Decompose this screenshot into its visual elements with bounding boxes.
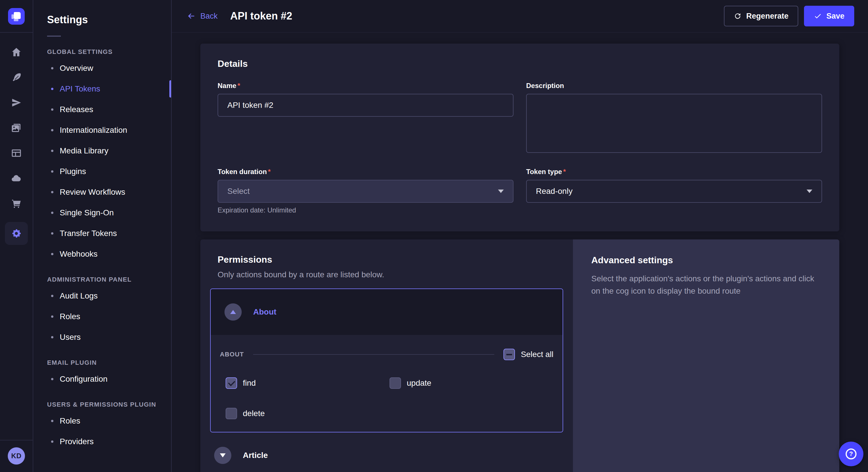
advanced-settings-description: Select the application's actions or the … (591, 272, 821, 297)
back-button[interactable]: Back (187, 11, 218, 21)
sidebar-item-admin-users[interactable]: Users (33, 327, 171, 347)
content-scroll-area[interactable]: Details Name* Description Token duration… (172, 33, 868, 472)
sidebar-item-email-configuration[interactable]: Configuration (33, 369, 171, 390)
question-mark-icon: ? (846, 448, 857, 460)
action-row-delete[interactable]: delete (226, 408, 390, 419)
arrow-left-icon (187, 11, 196, 21)
sidebar-item-api-tokens[interactable]: API Tokens (33, 78, 171, 99)
token-duration-field-group: Token duration* Select Expiration date: … (218, 168, 514, 214)
name-label: Name (218, 82, 236, 90)
action-row-update[interactable]: update (390, 377, 553, 389)
accordion-about-label: About (253, 307, 276, 316)
media-library-icon[interactable] (5, 121, 28, 135)
accordion-article-label: Article (243, 451, 268, 460)
details-card: Details Name* Description Token duration… (200, 43, 839, 231)
section-label-administration-panel: ADMINISTRATION PANEL (33, 276, 171, 283)
bullet-icon (51, 170, 53, 173)
details-title: Details (218, 59, 822, 69)
marketplace-icon[interactable] (5, 197, 28, 210)
sidebar-item-up-roles[interactable]: Roles (33, 411, 171, 431)
sidebar-item-audit-logs[interactable]: Audit Logs (33, 285, 171, 306)
update-checkbox[interactable] (390, 377, 401, 389)
section-label-email-plugin: EMAIL PLUGIN (33, 359, 171, 367)
bullet-icon (51, 336, 53, 338)
bullet-icon (51, 150, 53, 152)
home-icon[interactable] (5, 45, 28, 59)
token-type-label: Token type (526, 168, 562, 175)
sidebar-title: Settings (33, 14, 171, 26)
releases-icon[interactable] (5, 96, 28, 109)
strapi-admin-app: KD Settings GLOBAL SETTINGS Overview API… (0, 0, 868, 472)
delete-checkbox[interactable] (226, 408, 237, 419)
description-textarea[interactable] (526, 94, 822, 153)
settings-icon[interactable] (5, 222, 28, 245)
about-subcategory-label: ABOUT (220, 351, 244, 358)
save-button[interactable]: Save (804, 6, 854, 26)
accordion-about: About ABOUT Select all (210, 289, 563, 432)
collapse-button[interactable] (224, 303, 242, 321)
chevron-down-icon (807, 190, 812, 193)
sidebar-item-review-workflows[interactable]: Review Workflows (33, 182, 171, 202)
accordion-article-header[interactable]: Article (210, 439, 563, 471)
strapi-logo-glyph (14, 12, 21, 19)
find-checkbox[interactable] (226, 377, 237, 389)
advanced-settings-panel: Advanced settings Select the application… (573, 239, 839, 472)
sidebar-item-webhooks[interactable]: Webhooks (33, 244, 171, 264)
accordion-about-header[interactable]: About (211, 289, 563, 335)
user-avatar[interactable]: KD (8, 447, 25, 465)
bullet-icon (51, 212, 53, 214)
required-asterisk: * (563, 168, 566, 175)
expand-button[interactable] (214, 447, 231, 464)
bullet-icon (51, 108, 53, 111)
page-header: Back API token #2 Regenerate Save (172, 0, 868, 33)
bullet-icon (51, 295, 53, 297)
bullet-icon (51, 378, 53, 380)
section-label-global-settings: GLOBAL SETTINGS (33, 48, 171, 56)
divider-line (253, 354, 495, 355)
check-icon (814, 12, 822, 20)
select-all-checkbox[interactable] (503, 349, 515, 360)
bullet-icon (51, 420, 53, 422)
sidebar-item-up-providers[interactable]: Providers (33, 431, 171, 452)
active-indicator (169, 80, 171, 98)
permissions-column: Permissions Only actions bound by a rout… (200, 239, 573, 472)
settings-sidebar: Settings GLOBAL SETTINGS Overview API To… (33, 0, 172, 472)
action-row-find[interactable]: find (226, 377, 390, 389)
cloud-icon[interactable] (5, 171, 28, 185)
sidebar-item-single-sign-on[interactable]: Single Sign-On (33, 202, 171, 223)
bullet-icon (51, 191, 53, 193)
strapi-logo[interactable] (8, 8, 25, 25)
bullet-icon (51, 253, 53, 255)
sidebar-item-plugins[interactable]: Plugins (33, 161, 171, 182)
required-asterisk: * (237, 82, 240, 90)
help-button[interactable]: ? (839, 442, 863, 466)
advanced-settings-title: Advanced settings (591, 255, 821, 266)
description-field-group: Description (526, 82, 822, 155)
token-type-value: Read-only (536, 187, 572, 196)
content-type-builder-icon[interactable] (5, 71, 28, 84)
accordion-about-body: ABOUT Select all find (211, 335, 563, 432)
sidebar-item-media-library[interactable]: Media Library (33, 140, 171, 161)
required-asterisk: * (268, 168, 271, 175)
permissions-subtitle: Only actions bound by a route are listed… (218, 270, 556, 279)
name-input[interactable] (218, 94, 514, 117)
regenerate-button[interactable]: Regenerate (724, 6, 798, 26)
description-label: Description (526, 82, 564, 90)
sidebar-item-internationalization[interactable]: Internationalization (33, 120, 171, 140)
select-all-row[interactable]: Select all (503, 349, 553, 360)
sidebar-item-transfer-tokens[interactable]: Transfer Tokens (33, 223, 171, 244)
main-nav-rail: KD (0, 0, 33, 472)
sidebar-item-overview[interactable]: Overview (33, 58, 171, 78)
bullet-icon (51, 129, 53, 131)
bullet-icon (51, 232, 53, 235)
chevron-down-icon (220, 453, 226, 458)
name-field-group: Name* (218, 82, 514, 117)
content-manager-icon[interactable] (5, 146, 28, 160)
page-title: API token #2 (230, 10, 292, 22)
token-duration-select[interactable]: Select (218, 180, 514, 203)
token-type-select[interactable]: Read-only (526, 180, 822, 203)
main-content: Back API token #2 Regenerate Save Detail… (172, 0, 868, 472)
sidebar-item-admin-roles[interactable]: Roles (33, 306, 171, 327)
bullet-icon (51, 315, 53, 318)
sidebar-item-releases[interactable]: Releases (33, 99, 171, 120)
